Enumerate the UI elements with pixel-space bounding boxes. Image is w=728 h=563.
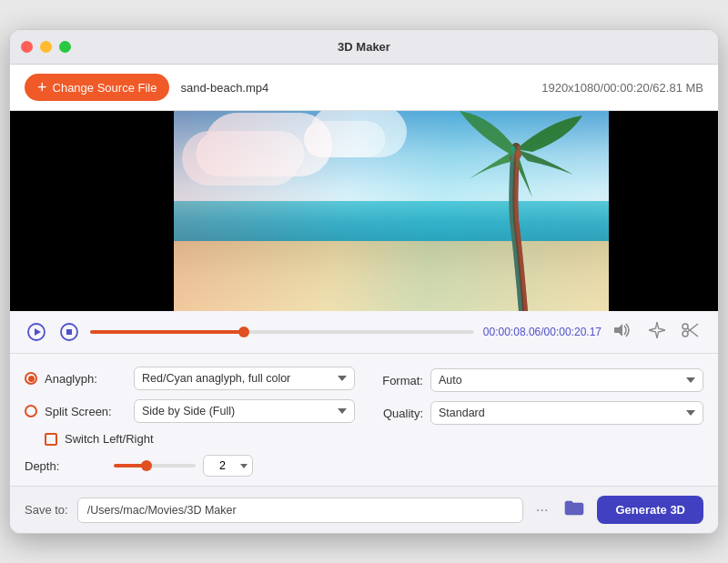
app-window: 3D Maker + Change Source File sand-beach… — [9, 29, 719, 534]
left-settings: Anaglyph: Red/Cyan anaglyph, full color … — [25, 367, 355, 477]
split-screen-row: Split Screen: Side by Side (Full) Side b… — [25, 399, 355, 423]
right-settings: Format: Auto MP4 MOV Quality: Standard H… — [373, 367, 703, 477]
split-screen-radio[interactable] — [25, 405, 37, 417]
anaglyph-overlay — [174, 111, 609, 311]
time-display: 00:00:08.06/00:00:20.17 — [483, 326, 602, 338]
anaglyph-label: Anaglyph: — [45, 372, 126, 386]
quality-row: Quality: Standard High Ultra — [373, 401, 703, 425]
controls-bar: 00:00:08.06/00:00:20.17 — [10, 311, 718, 354]
volume-button[interactable] — [611, 321, 636, 343]
close-button[interactable] — [21, 41, 33, 53]
anaglyph-row: Anaglyph: Red/Cyan anaglyph, full color … — [25, 367, 355, 390]
source-bar: + Change Source File sand-beach.mp4 1920… — [10, 65, 718, 111]
footer-bar: Save to: ··· Generate 3D — [10, 487, 718, 533]
window-controls — [21, 41, 71, 53]
svg-line-9 — [688, 324, 699, 332]
time-current: 00:00:08.06 — [483, 326, 541, 338]
video-letterbox-left — [10, 111, 174, 311]
generate-button[interactable]: Generate 3D — [597, 496, 703, 524]
save-path-input[interactable] — [77, 498, 523, 523]
split-screen-label: Split Screen: — [45, 405, 126, 418]
quality-label: Quality: — [373, 407, 423, 420]
scissors-icon — [682, 322, 700, 338]
svg-line-10 — [688, 328, 699, 337]
switch-label: Switch Left/Right — [65, 432, 154, 446]
svg-rect-5 — [66, 329, 72, 335]
anaglyph-radio[interactable] — [25, 372, 37, 385]
sparkle-button[interactable] — [645, 320, 669, 344]
switch-row: Switch Left/Right — [25, 432, 355, 446]
cut-button[interactable] — [678, 320, 703, 344]
window-title: 3D Maker — [338, 40, 390, 54]
svg-marker-3 — [35, 328, 41, 336]
folder-button[interactable] — [561, 496, 588, 524]
file-name: sand-beach.mp4 — [180, 81, 268, 95]
title-bar: 3D Maker — [10, 30, 718, 65]
format-select[interactable]: Auto MP4 MOV — [430, 368, 703, 392]
progress-fill — [90, 330, 244, 334]
change-source-label: Change Source File — [53, 81, 157, 95]
depth-value-select[interactable]: 2 1 3 4 5 — [203, 455, 253, 477]
svg-marker-6 — [614, 324, 622, 337]
switch-checkbox[interactable] — [45, 433, 57, 446]
depth-thumb — [141, 460, 152, 471]
volume-icon — [614, 323, 632, 337]
minimize-button[interactable] — [40, 41, 52, 53]
video-frame — [174, 111, 609, 311]
maximize-button[interactable] — [59, 41, 71, 53]
video-letterbox-right — [609, 111, 718, 311]
svg-point-8 — [682, 324, 688, 329]
play-icon — [26, 322, 46, 342]
anaglyph-select[interactable]: Red/Cyan anaglyph, full color Red/Cyan a… — [134, 367, 355, 390]
progress-bar[interactable] — [90, 330, 474, 334]
settings-area: Anaglyph: Red/Cyan anaglyph, full color … — [10, 354, 718, 487]
plus-icon: + — [37, 79, 47, 96]
svg-point-7 — [682, 331, 688, 337]
folder-icon — [564, 499, 584, 516]
save-label: Save to: — [25, 503, 68, 517]
progress-thumb — [238, 327, 249, 337]
change-source-button[interactable]: + Change Source File — [25, 74, 169, 101]
format-row: Format: Auto MP4 MOV — [373, 368, 703, 392]
time-total: 00:00:20.17 — [544, 326, 602, 338]
quality-select[interactable]: Standard High Ultra — [430, 401, 703, 425]
dots-button[interactable]: ··· — [532, 498, 551, 522]
stop-button[interactable] — [57, 320, 81, 344]
format-label: Format: — [373, 374, 423, 387]
depth-row: Depth: 2 1 3 4 5 — [25, 455, 355, 477]
split-screen-select[interactable]: Side by Side (Full) Side by Side (Half) … — [134, 399, 355, 423]
video-preview — [10, 111, 718, 311]
file-meta: 1920x1080/00:00:20/62.81 MB — [541, 81, 703, 95]
play-button[interactable] — [25, 320, 48, 344]
depth-slider[interactable] — [114, 464, 196, 467]
depth-label: Depth: — [25, 459, 106, 473]
sparkle-icon — [649, 322, 665, 338]
stop-icon — [59, 322, 79, 342]
